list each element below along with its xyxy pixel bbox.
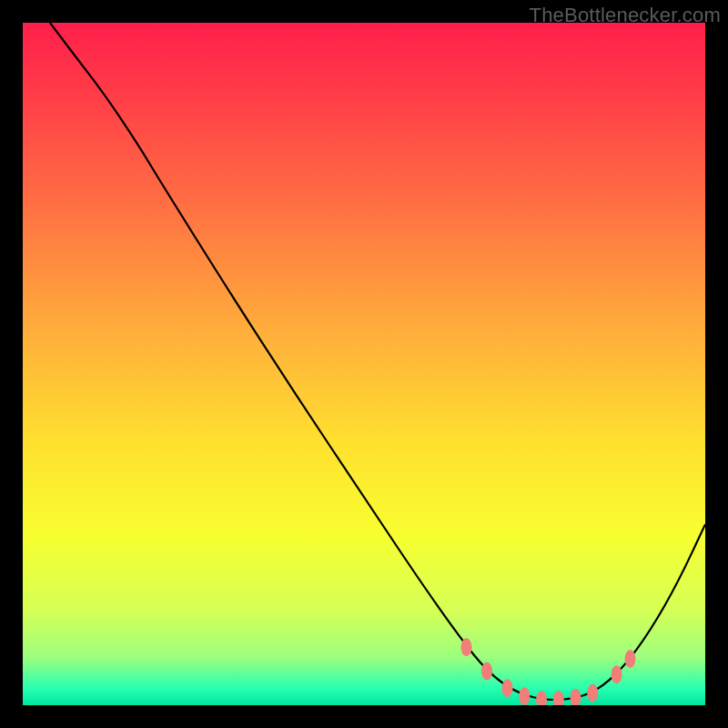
watermark-text: TheBottlenecker.com [530, 4, 721, 27]
marker-dot [612, 665, 622, 683]
marker-dot [519, 687, 530, 705]
bottleneck-plot [23, 23, 705, 705]
chart-frame: TheBottlenecker.com [0, 0, 728, 728]
marker-dot [625, 650, 636, 668]
marker-dot [502, 679, 513, 697]
marker-dot [481, 662, 492, 681]
marker-dot [461, 638, 472, 656]
marker-dot [587, 684, 598, 703]
